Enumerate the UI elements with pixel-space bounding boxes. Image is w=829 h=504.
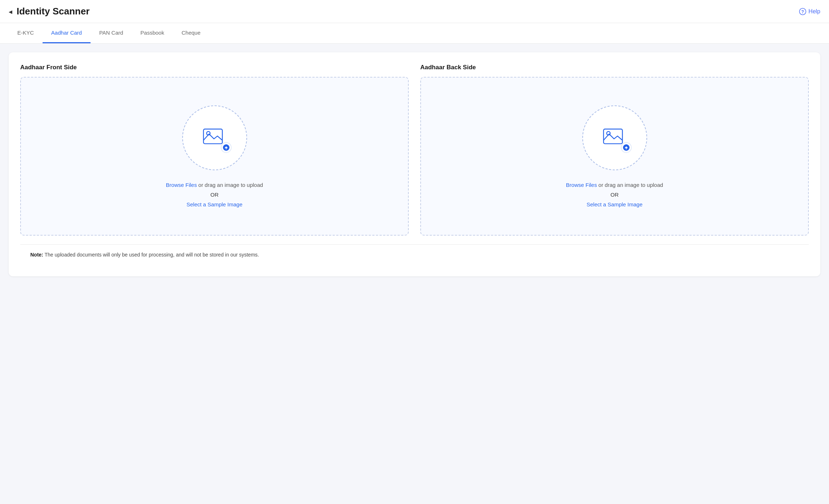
upload-arrow-icon bbox=[223, 144, 229, 151]
back-upload-arrow-icon bbox=[623, 144, 630, 151]
front-section-title: Aadhaar Front Side bbox=[20, 64, 409, 71]
back-or-text: OR bbox=[610, 192, 619, 198]
tab-aadhar-card[interactable]: Aadhar Card bbox=[43, 23, 91, 43]
back-upload-zone[interactable]: Browse Files or drag an image to upload … bbox=[420, 77, 809, 236]
tabs-bar: E-KYC Aadhar Card PAN Card Passbook Cheq… bbox=[0, 23, 829, 44]
back-sample-link[interactable]: Select a Sample Image bbox=[587, 201, 642, 207]
note-bold: Note: bbox=[30, 252, 43, 258]
svg-rect-6 bbox=[604, 129, 622, 144]
page-title: Identity Scanner bbox=[17, 6, 89, 17]
upload-card: Aadhaar Front Side bbox=[9, 52, 820, 276]
back-upload-icon-wrapper bbox=[602, 126, 627, 149]
front-browse-link[interactable]: Browse Files bbox=[166, 182, 197, 188]
header-left: ◂ Identity Scanner bbox=[9, 6, 89, 17]
note-section: Note: The uploaded documents will only b… bbox=[20, 244, 809, 265]
back-upload-icon-circle bbox=[582, 105, 647, 170]
upload-sections: Aadhaar Front Side bbox=[20, 64, 809, 236]
front-upload-icon-circle bbox=[182, 105, 247, 170]
svg-text:?: ? bbox=[801, 9, 804, 14]
tab-cheque[interactable]: Cheque bbox=[173, 23, 209, 43]
help-button[interactable]: ? Help bbox=[799, 8, 820, 15]
main-content: Aadhaar Front Side bbox=[0, 44, 829, 285]
front-browse-suffix: or drag an image to upload bbox=[197, 182, 263, 188]
tab-pan-card[interactable]: PAN Card bbox=[91, 23, 132, 43]
front-upload-icon-wrapper bbox=[202, 126, 227, 149]
back-section-title: Aadhaar Back Side bbox=[420, 64, 809, 71]
front-upload-section: Aadhaar Front Side bbox=[20, 64, 409, 236]
back-upload-section: Aadhaar Back Side bbox=[420, 64, 809, 236]
front-sample-link[interactable]: Select a Sample Image bbox=[187, 201, 242, 207]
header: ◂ Identity Scanner ? Help bbox=[0, 0, 829, 23]
note-text: The uploaded documents will only be used… bbox=[43, 252, 259, 258]
tab-ekyc[interactable]: E-KYC bbox=[9, 23, 43, 43]
front-browse-text: Browse Files or drag an image to upload bbox=[166, 182, 263, 188]
help-label: Help bbox=[808, 8, 820, 15]
front-or-text: OR bbox=[210, 192, 219, 198]
svg-rect-2 bbox=[203, 129, 222, 144]
back-browse-suffix: or drag an image to upload bbox=[597, 182, 663, 188]
help-circle-icon: ? bbox=[799, 8, 806, 15]
back-button[interactable]: ◂ bbox=[9, 8, 12, 15]
back-browse-text: Browse Files or drag an image to upload bbox=[566, 182, 663, 188]
back-browse-link[interactable]: Browse Files bbox=[566, 182, 597, 188]
tab-passbook[interactable]: Passbook bbox=[132, 23, 173, 43]
front-upload-zone[interactable]: Browse Files or drag an image to upload … bbox=[20, 77, 409, 236]
